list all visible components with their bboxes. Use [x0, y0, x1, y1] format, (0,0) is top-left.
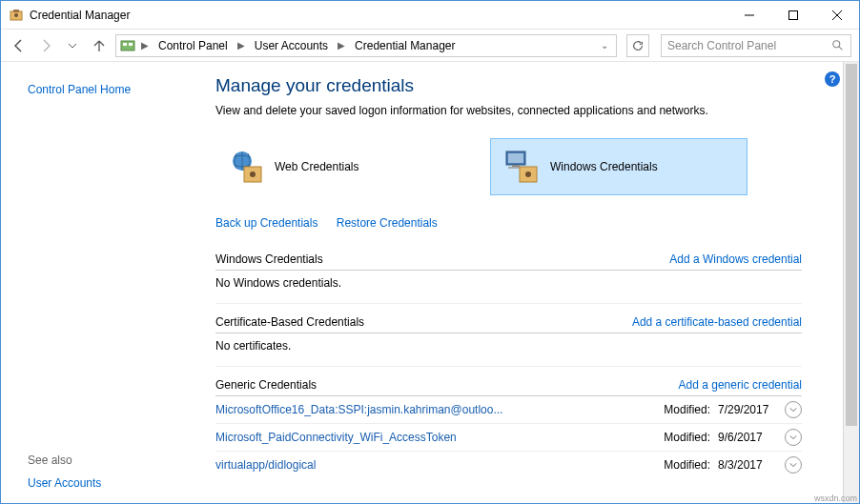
svg-line-11	[839, 46, 843, 50]
credential-name: Microsoft_PaidConnectivity_WiFi_AccessTo…	[215, 431, 664, 444]
breadcrumb-control-panel[interactable]: Control Panel	[154, 39, 232, 52]
minimize-button[interactable]	[727, 1, 771, 30]
app-icon	[9, 8, 24, 23]
backup-credentials-link[interactable]: Back up Credentials	[215, 216, 317, 230]
web-credentials-tab[interactable]: Web Credentials	[215, 138, 473, 195]
modified-label: Modified:	[664, 458, 710, 472]
refresh-button[interactable]	[626, 34, 649, 57]
svg-rect-4	[789, 10, 798, 19]
title-bar: Credential Manager	[1, 1, 859, 30]
modified-date: 9/6/2017	[718, 431, 779, 444]
add-certificate-credential-link[interactable]: Add a certificate-based credential	[632, 315, 802, 329]
expand-icon[interactable]	[785, 429, 802, 446]
modified-label: Modified:	[664, 403, 710, 416]
expand-icon[interactable]	[785, 401, 802, 418]
window-title: Credential Manager	[30, 9, 727, 22]
search-input[interactable]	[667, 39, 831, 52]
page-description: View and delete your saved logon informa…	[215, 104, 802, 117]
svg-point-2	[14, 13, 18, 17]
vertical-scrollbar[interactable]	[843, 62, 859, 503]
recent-dropdown[interactable]	[62, 35, 83, 56]
back-button[interactable]	[9, 35, 30, 56]
windows-credentials-label: Windows Credentials	[550, 160, 658, 173]
breadcrumb-user-accounts[interactable]: User Accounts	[251, 39, 332, 52]
add-windows-credential-link[interactable]: Add a Windows credential	[669, 252, 802, 266]
breadcrumb-separator[interactable]: ▶	[235, 40, 247, 50]
windows-credentials-empty: No Windows credentials.	[215, 271, 802, 304]
expand-icon[interactable]	[785, 456, 802, 474]
help-icon[interactable]: ?	[825, 71, 840, 87]
svg-rect-8	[123, 43, 127, 46]
main-content: ? Manage your credentials View and delet…	[187, 62, 859, 503]
restore-credentials-link[interactable]: Restore Credentials	[337, 216, 438, 230]
close-button[interactable]	[815, 1, 859, 30]
navigation-bar: ▶ Control Panel ▶ User Accounts ▶ Creden…	[1, 30, 859, 62]
add-generic-credential-link[interactable]: Add a generic credential	[679, 378, 802, 392]
see-also-label: See also	[28, 454, 174, 467]
credential-row[interactable]: virtualapp/didlogicalModified:8/3/2017	[215, 451, 802, 478]
web-credentials-label: Web Credentials	[275, 160, 359, 173]
credential-name: virtualapp/didlogical	[215, 458, 664, 472]
breadcrumb-separator[interactable]: ▶	[139, 40, 151, 50]
forward-button[interactable]	[35, 35, 56, 56]
scrollbar-thumb[interactable]	[846, 64, 857, 426]
svg-rect-9	[129, 43, 133, 46]
page-title: Manage your credentials	[215, 75, 802, 96]
modified-date: 8/3/2017	[718, 458, 779, 472]
svg-point-10	[833, 40, 840, 47]
sidebar: Control Panel Home See also User Account…	[1, 62, 187, 503]
search-icon[interactable]	[831, 39, 845, 52]
address-dropdown[interactable]: ⌄	[597, 40, 612, 50]
windows-credentials-section-title: Windows Credentials	[215, 252, 669, 266]
up-button[interactable]	[89, 35, 110, 56]
breadcrumb-credential-manager[interactable]: Credential Manager	[351, 39, 459, 52]
generic-credentials-section-title: Generic Credentials	[215, 378, 679, 392]
svg-rect-17	[512, 165, 520, 167]
svg-rect-1	[13, 10, 19, 12]
credential-row[interactable]: MicrosoftOffice16_Data:SSPI:jasmin.kahri…	[215, 396, 802, 423]
windows-credentials-tab[interactable]: Windows Credentials	[490, 138, 747, 195]
control-panel-home-link[interactable]: Control Panel Home	[28, 83, 174, 96]
maximize-button[interactable]	[771, 1, 815, 30]
certificate-credentials-empty: No certificates.	[215, 333, 802, 367]
see-also-user-accounts[interactable]: User Accounts	[28, 476, 174, 490]
search-box[interactable]	[661, 34, 851, 57]
breadcrumb-separator[interactable]: ▶	[336, 40, 347, 50]
watermark: wsxdn.com	[814, 494, 857, 503]
modified-label: Modified:	[664, 431, 710, 444]
svg-point-14	[250, 171, 256, 177]
address-bar[interactable]: ▶ Control Panel ▶ User Accounts ▶ Creden…	[115, 34, 617, 57]
svg-rect-16	[508, 153, 523, 163]
credential-name: MicrosoftOffice16_Data:SSPI:jasmin.kahri…	[215, 403, 664, 416]
windows-credentials-icon	[502, 148, 541, 186]
certificate-credentials-section-title: Certificate-Based Credentials	[215, 315, 632, 329]
web-credentials-icon	[227, 148, 265, 186]
credential-row[interactable]: Microsoft_PaidConnectivity_WiFi_AccessTo…	[215, 423, 802, 451]
control-panel-icon	[120, 38, 135, 53]
modified-date: 7/29/2017	[718, 403, 779, 416]
svg-point-20	[525, 171, 531, 177]
